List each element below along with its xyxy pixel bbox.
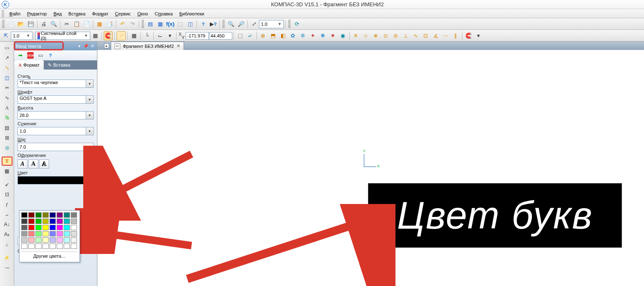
grip[interactable] [222, 20, 225, 28]
color-dropdown-button[interactable]: ▾ [87, 176, 94, 184]
tab-insert[interactable]: ✎Вставка [44, 60, 75, 70]
color-swatch[interactable] [28, 225, 35, 230]
magnet-button[interactable]: 🧲 [464, 31, 473, 40]
snap-button[interactable]: ⟋ [117, 31, 126, 40]
grip[interactable] [142, 20, 144, 28]
color-swatch[interactable] [50, 225, 56, 230]
dropdown-button[interactable]: ▾ [86, 127, 94, 135]
step-combo[interactable]: 1.0▾ [11, 32, 32, 40]
help-button[interactable]: ? [199, 20, 208, 29]
left-tool[interactable]: ƒ [2, 200, 12, 209]
local-cs-button[interactable]: ⌙ [155, 31, 164, 40]
color-swatch[interactable] [21, 212, 27, 218]
snap-perp-button[interactable]: ⊥ [401, 31, 410, 40]
color-swatch[interactable] [64, 225, 70, 230]
tb-icon[interactable]: ◉ [338, 31, 348, 40]
tb-icon[interactable]: ⊕ [259, 31, 268, 40]
step-icon[interactable]: ⇱ [1, 31, 10, 40]
snap-pt-button[interactable]: ✕ [351, 31, 361, 40]
scale-combo[interactable]: 1.0 ▾ [259, 20, 284, 28]
color-swatch[interactable] [57, 212, 63, 218]
tb-icon[interactable]: ▦ [156, 20, 165, 29]
redo-button[interactable]: ↷ [128, 20, 137, 29]
left-tool[interactable]: A↓ [2, 220, 12, 229]
snap-cen-button[interactable]: ⊙ [381, 31, 390, 40]
font-select[interactable]: GOST type A [17, 95, 86, 104]
tb-icon[interactable]: ⬒ [269, 31, 278, 40]
left-tool[interactable]: A₂ [2, 230, 12, 239]
dropdown-button[interactable]: ▾ [86, 95, 94, 104]
copy-button[interactable]: 📋 [72, 20, 81, 29]
outline-button[interactable]: A [39, 159, 49, 169]
color-swatch[interactable] [21, 219, 27, 224]
zoom-fit-button[interactable]: ⤢ [249, 20, 259, 29]
dropdown-button[interactable]: ▾ [86, 111, 94, 119]
drawing-canvas[interactable]: X Y Цвет букв [97, 50, 644, 286]
snap-mid-button[interactable]: ⊹ [361, 31, 370, 40]
color-swatch[interactable] [50, 219, 56, 224]
left-tool[interactable]: ▭ [2, 43, 12, 52]
tb-icon[interactable]: ✷ [328, 31, 338, 40]
document-tab[interactable]: ▭ Фрагмент БЕЗ ИМЕНИ2 ✕ [111, 42, 184, 50]
left-tool[interactable]: ⟂ [2, 240, 12, 249]
grip[interactable] [288, 20, 291, 28]
text-tool-button[interactable]: T [2, 157, 12, 166]
color-swatch[interactable] [42, 212, 49, 218]
tb-icon[interactable]: ❋ [318, 31, 328, 40]
color-swatch[interactable] [50, 231, 56, 236]
panel-pin-button[interactable]: 📌 [83, 43, 89, 49]
color-swatch[interactable] [64, 219, 70, 224]
color-swatch[interactable] [28, 212, 35, 218]
left-tool[interactable]: ·─ [2, 263, 12, 272]
grid-button[interactable]: ▦ [129, 31, 139, 40]
tb-icon[interactable]: ⤾ [246, 31, 255, 40]
left-tool[interactable]: ↙ [2, 180, 12, 189]
panel-titlebar[interactable]: Ввод текста ▾ 📌 ✕ [14, 42, 97, 50]
cs-dropdown[interactable]: ▾ [165, 31, 174, 40]
menu-help[interactable]: Справка [152, 10, 176, 17]
layer-combo[interactable]: Системный слой (0)▾ [35, 32, 90, 40]
snap-tan-button[interactable]: ⊘ [391, 31, 400, 40]
more-colors-button[interactable]: Другие цвета… [21, 251, 78, 260]
color-swatch[interactable] [71, 219, 77, 224]
color-swatch[interactable] [35, 244, 42, 249]
left-tool[interactable]: ↗ [2, 53, 12, 62]
snap-int-button[interactable]: ⋇ [371, 31, 380, 40]
color-swatch[interactable] [64, 244, 70, 249]
color-swatch[interactable] [71, 231, 77, 236]
snap-near-button[interactable]: ∿ [411, 31, 420, 40]
context-help-button[interactable]: ▶? [209, 20, 218, 29]
paste-button[interactable]: 📄 [82, 20, 91, 29]
left-tool[interactable]: ▤ [2, 123, 12, 132]
zoom-window-button[interactable]: 🔍 [226, 20, 236, 29]
narrow-input[interactable] [17, 127, 86, 135]
grip[interactable] [2, 20, 5, 28]
menu-view[interactable]: Вид [50, 10, 65, 17]
zoom-dyn-button[interactable]: 🔎 [236, 20, 246, 29]
color-swatch[interactable] [42, 244, 49, 249]
panel-close-button[interactable]: ✕ [90, 43, 95, 49]
undo-button[interactable]: ↶ [118, 20, 127, 29]
menu-format[interactable]: Формат [89, 10, 112, 17]
cut-button[interactable]: ✂ [62, 20, 71, 29]
left-tool[interactable]: ⅞ [2, 113, 12, 122]
color-swatch[interactable] [71, 237, 77, 243]
snap-toggle-button[interactable]: 🧲 [104, 31, 113, 40]
color-swatch[interactable] [71, 212, 77, 218]
ortho-button[interactable]: └ [142, 31, 152, 40]
preview-button[interactable]: 🔍 [49, 20, 58, 29]
menu-window[interactable]: Окно [134, 10, 152, 17]
print-button[interactable]: 🖨 [39, 20, 48, 29]
color-swatch[interactable] [71, 244, 77, 249]
color-swatch[interactable] [42, 237, 49, 243]
color-swatch[interactable] [21, 225, 27, 230]
snap-ext-button[interactable]: ⋯ [441, 31, 450, 40]
save-button[interactable]: 💾 [26, 20, 35, 29]
tb-icon[interactable]: ✿ [288, 31, 298, 40]
color-swatch[interactable] [57, 219, 63, 224]
color-swatch[interactable] [71, 225, 77, 230]
color-swatch[interactable] [57, 231, 63, 236]
panel-menu-button[interactable]: ▾ [76, 43, 82, 49]
x-coord[interactable]: -171.979 [186, 32, 209, 40]
color-swatch[interactable] [35, 225, 42, 230]
